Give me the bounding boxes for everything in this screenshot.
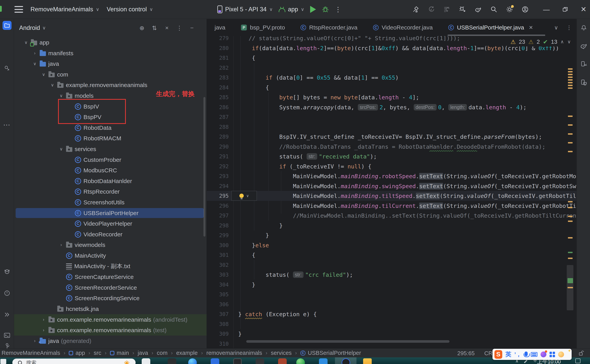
code-line-291[interactable]: 291status( str:"received data"); bbox=[207, 151, 577, 161]
tab-list-chevron-icon[interactable]: ∨ bbox=[554, 24, 558, 31]
tab-bsp-pv-proto[interactable]: Pbsp_PV.proto bbox=[233, 19, 293, 36]
code-line-307[interactable]: 307} catch (Exception e) { bbox=[207, 309, 577, 319]
taskbar-app-1[interactable] bbox=[142, 358, 150, 364]
taskbar-app-6[interactable] bbox=[256, 358, 264, 364]
close-button[interactable]: ✕ bbox=[581, 5, 586, 13]
breadcrumb-example[interactable]: example bbox=[176, 350, 198, 356]
stripe-mark-orange[interactable] bbox=[568, 77, 573, 78]
keyboard-icon[interactable] bbox=[531, 352, 537, 357]
project-view-selector[interactable]: Android ∨ bbox=[19, 24, 46, 32]
code-line-300[interactable]: 300}else bbox=[207, 240, 577, 250]
next-issue-icon[interactable]: ∨ bbox=[567, 39, 571, 45]
stripe-mark-orange[interactable] bbox=[568, 142, 573, 143]
code-line-293[interactable]: 293MainViewModel.mainBinding.robotSpeed.… bbox=[207, 171, 577, 181]
code-line-306[interactable]: 306 bbox=[207, 299, 577, 309]
tab-scrollbar[interactable] bbox=[448, 34, 545, 36]
chevron-expanded-icon[interactable]: ∨ bbox=[58, 93, 64, 98]
line-ending[interactable]: CR bbox=[484, 350, 492, 357]
code-line-304[interactable]: 304} bbox=[207, 280, 577, 290]
tree-item-com-example-removemarineanimals[interactable]: ›com.example.removemarineanimals(android… bbox=[14, 314, 207, 325]
tree-item-java[interactable]: ∨java bbox=[14, 58, 207, 69]
tree-item-viewmodels[interactable]: ›viewmodels bbox=[14, 240, 207, 250]
attach-debugger-icon[interactable] bbox=[459, 6, 466, 13]
stripe-mark-orange[interactable] bbox=[568, 68, 573, 70]
code-line-299[interactable]: 299} bbox=[207, 230, 577, 240]
tree-item-manifests[interactable]: ›manifests bbox=[14, 48, 207, 58]
breadcrumb-usbserialporthelper[interactable]: CUSBSerialPortHelper bbox=[300, 350, 361, 356]
stripe-mark-orange[interactable] bbox=[568, 87, 573, 89]
show-desktop-button[interactable] bbox=[575, 358, 580, 363]
ime-language[interactable]: 英 bbox=[505, 350, 511, 358]
tree-item-java[interactable]: ›java(generated) bbox=[14, 336, 207, 346]
code-line-282[interactable]: 282 bbox=[207, 63, 577, 73]
main-menu-button[interactable] bbox=[14, 6, 23, 13]
breadcrumb-app[interactable]: app bbox=[69, 350, 85, 356]
project-tool-button[interactable] bbox=[3, 21, 12, 30]
close-tab-icon[interactable]: ✕ bbox=[529, 25, 533, 31]
debug-button[interactable] bbox=[322, 6, 329, 13]
stripe-mark-orange[interactable] bbox=[568, 221, 573, 222]
tree-item-modbuscrc[interactable]: CModbusCRC bbox=[14, 165, 207, 176]
tree-item-robotrmacm[interactable]: CRobotRMACM bbox=[14, 133, 207, 144]
chevron-collapsed-icon[interactable]: › bbox=[32, 338, 38, 344]
code-line-296[interactable]: 296MainViewModel.mainBinding.tilCurrent.… bbox=[207, 201, 577, 211]
breadcrumb-services[interactable]: services bbox=[271, 350, 292, 356]
writable-lock-icon[interactable] bbox=[578, 350, 584, 356]
taskbar-app-11[interactable] bbox=[363, 358, 372, 364]
code-line-288[interactable]: 288 bbox=[207, 122, 577, 132]
microphone-icon[interactable] bbox=[524, 351, 528, 356]
taskbar-app-8[interactable] bbox=[296, 358, 305, 364]
stripe-mark-orange[interactable] bbox=[568, 151, 573, 152]
account-icon[interactable] bbox=[522, 6, 529, 13]
tree-item-rtsprecorder[interactable]: CRtspRecorder bbox=[14, 186, 207, 197]
prev-issue-icon[interactable]: ∧ bbox=[561, 39, 564, 45]
device-manager-icon[interactable] bbox=[580, 60, 588, 68]
device-selector[interactable]: Pixel 5 - API 34 ∨ bbox=[217, 6, 273, 13]
collapse-icon[interactable]: × bbox=[164, 25, 170, 32]
breadcrumb-src[interactable]: src bbox=[94, 350, 101, 356]
tree-item-hcnetsdk-jna[interactable]: hcnetsdk.jna bbox=[14, 304, 207, 314]
tree-item-screenrecorderservice[interactable]: CScreenRecorderService bbox=[14, 282, 207, 293]
stripe-mark-orange[interactable] bbox=[568, 201, 573, 202]
tree-item-mainactivity-txt[interactable]: MainActivity - 副本.txt bbox=[14, 261, 207, 272]
tree-item-com[interactable]: ∨com bbox=[14, 69, 207, 80]
toolbox-icon[interactable] bbox=[550, 352, 555, 357]
code-line-295[interactable]: 295MainViewModel.mainBinding.tiltSpeed.s… bbox=[207, 191, 577, 201]
tree-item-customprober[interactable]: CCustomProber bbox=[14, 154, 207, 165]
code-line-297[interactable]: 297//MainViewModel.mainBinding..setText(… bbox=[207, 211, 577, 221]
code-line-308[interactable]: 308 bbox=[207, 319, 577, 329]
widgets-icon[interactable] bbox=[0, 359, 6, 364]
stripe-mark-orange[interactable] bbox=[568, 116, 573, 117]
chevron-collapsed-icon[interactable]: › bbox=[41, 328, 47, 333]
structure-tool-button[interactable] bbox=[3, 64, 12, 73]
notifications-icon[interactable] bbox=[580, 23, 588, 31]
tab-java[interactable]: java bbox=[207, 19, 233, 36]
run-config-selector[interactable]: app ∨ bbox=[279, 6, 304, 13]
tab-videorecorder-java[interactable]: CVideoRecorder.java bbox=[365, 19, 441, 36]
build-hammer-icon[interactable] bbox=[412, 6, 419, 13]
problems-tool-button[interactable] bbox=[3, 289, 12, 298]
code-editor[interactable]: 279// status(String.valueOf(crc[0]+" "+ … bbox=[207, 36, 577, 348]
taskbar-app-4[interactable] bbox=[211, 358, 219, 364]
project-widget[interactable]: RemoveMarineAnimals ∨ bbox=[30, 6, 99, 13]
tree-item-robotdatahanlder[interactable]: CRobotDataHanlder bbox=[14, 176, 207, 186]
chevron-expanded-icon[interactable]: ∨ bbox=[58, 147, 64, 152]
skin-icon[interactable] bbox=[541, 351, 546, 357]
options-icon[interactable]: ⋮ bbox=[176, 25, 183, 32]
inspections-widget[interactable]: ⚠23 ⚠2 ✔13 ∧∨ bbox=[508, 37, 574, 46]
tab-options-icon[interactable]: ⋮ bbox=[566, 24, 572, 31]
code-line-303[interactable]: 303status( str:"crc failed"); bbox=[207, 270, 577, 280]
tree-item-com-example-removemarineanimals[interactable]: ›com.example.removemarineanimals(test) bbox=[14, 325, 207, 336]
chevron-expanded-icon[interactable]: ∨ bbox=[49, 83, 55, 88]
tab-usbserialporthelper-java[interactable]: CUSBSerialPortHelper.java✕ bbox=[441, 19, 541, 36]
stripe-mark-green[interactable] bbox=[568, 252, 573, 253]
stripe-mark-orange[interactable] bbox=[568, 82, 573, 83]
maximize-button[interactable] bbox=[562, 6, 568, 12]
taskbar-app-5[interactable] bbox=[233, 358, 242, 364]
run-button[interactable] bbox=[310, 6, 316, 13]
code-line-290[interactable]: 290//RobotData.DataTrans _dataTrans = Ro… bbox=[207, 142, 577, 152]
stripe-mark-orange[interactable] bbox=[568, 79, 573, 81]
ime-punctuation[interactable]: ’， bbox=[514, 351, 521, 358]
taskbar-app-9[interactable] bbox=[319, 358, 328, 364]
gradle-icon[interactable] bbox=[580, 42, 588, 50]
